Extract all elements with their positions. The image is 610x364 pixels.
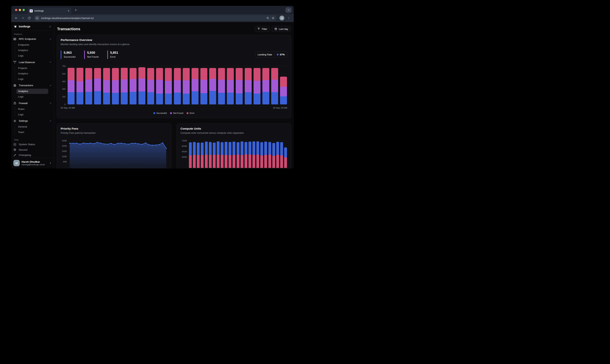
gear-icon: [13, 119, 16, 122]
bar-segment-consumed: [237, 155, 239, 168]
stacked-bar: [252, 142, 255, 168]
bar-segment-consumed: [205, 155, 208, 168]
x-axis-end-label: 26 Sep, 03 AM: [273, 107, 287, 109]
sidebar-item-firewall[interactable]: Firewall: [11, 101, 54, 106]
browser-profile-avatar[interactable]: H: [279, 16, 284, 20]
sidebar-item-general[interactable]: General: [16, 124, 48, 130]
bar-segment-requested: [197, 143, 200, 155]
sidebar-item-discord[interactable]: Discord: [11, 147, 54, 153]
sidebar-item-lb-logs[interactable]: Logs: [16, 76, 48, 81]
stacked-bar: [218, 68, 225, 104]
bar-segment: [77, 92, 83, 104]
bar-segment-requested: [260, 142, 263, 156]
sidebar-item-firewall-logs[interactable]: Logs: [16, 112, 48, 117]
bar-segment: [227, 93, 234, 104]
stacked-bar: [130, 68, 137, 104]
sidebar-item-rpc-analytics[interactable]: Analytics: [16, 48, 48, 53]
sidebar-item-load-balancer[interactable]: Load Balancer: [11, 60, 54, 65]
bar-segment: [85, 92, 92, 104]
bar-segment: [254, 68, 260, 81]
bar-segment: [280, 77, 287, 87]
stacked-bar: [227, 68, 234, 105]
priority-fees-yaxis: 400B320B240B160B80B: [61, 141, 68, 169]
stacked-bar: [245, 68, 252, 105]
tab-strip: Ironforge: [11, 6, 294, 14]
bookmark-star-icon[interactable]: [272, 16, 274, 20]
bar-segment: [183, 80, 190, 93]
stacked-bar: [236, 68, 243, 104]
sidebar-item-settings[interactable]: Settings: [11, 118, 54, 124]
sidebar-item-lb-analytics[interactable]: Analytics: [16, 71, 48, 76]
sidebar-item-projects[interactable]: Projects: [16, 65, 48, 71]
filter-button[interactable]: Filter: [255, 26, 270, 32]
bar-segment-requested: [205, 142, 208, 155]
workspace-selector[interactable]: Ironforge: [13, 24, 52, 30]
sidebar-item-rpc-logs[interactable]: Logs: [16, 53, 48, 58]
bar-segment-consumed: [272, 156, 275, 168]
bar-segment: [280, 96, 287, 105]
url-bar[interactable]: ironforge.cloud/transactions/analytics?p…: [34, 15, 276, 21]
reload-button[interactable]: [26, 15, 32, 21]
stacked-bar: [77, 68, 83, 104]
browser-tab[interactable]: Ironforge: [28, 8, 71, 14]
funnel-icon: [257, 27, 260, 30]
bar-segment: [245, 92, 252, 104]
bar-segment-consumed: [233, 155, 235, 168]
bar-segment: [192, 68, 198, 79]
sidebar-item-label: Load Balancer: [19, 61, 35, 64]
sidebar-item-team[interactable]: Team: [16, 130, 48, 135]
maximize-window-button[interactable]: [23, 9, 25, 11]
bar-segment-requested: [241, 142, 243, 155]
bar-segment: [85, 80, 92, 92]
bar-segment: [156, 80, 163, 93]
sidebar-item-changelog[interactable]: Changelog: [11, 153, 54, 158]
sidebar-item-transactions[interactable]: Transactions: [11, 83, 54, 88]
bar-segment: [156, 68, 163, 80]
stat-error: 5,851 Error: [107, 51, 118, 59]
bar-segment-requested: [256, 142, 259, 155]
tab-close-icon[interactable]: [67, 10, 69, 12]
zoom-out-icon[interactable]: [266, 16, 269, 20]
sidebar-item-transactions-logs[interactable]: Logs: [16, 94, 48, 99]
forward-button[interactable]: [20, 15, 26, 21]
site-info-icon[interactable]: [35, 16, 39, 20]
stat-not-found: 5,930 Not Found: [84, 51, 99, 59]
sidebar: Ironforge Platform RPC Endpoints Endpoin…: [11, 22, 54, 169]
bar-segment: [147, 92, 154, 104]
sidebar-sublist: Endpoints Analytics Logs: [11, 42, 54, 59]
bar-segment: [130, 79, 137, 92]
sidebar-item-transactions-analytics[interactable]: Analytics: [16, 89, 48, 94]
sidebar-sublist: General Team: [11, 124, 54, 135]
bar-segment: [121, 79, 128, 92]
y-tick-label: 450: [62, 80, 65, 83]
legend-item-error: Error: [187, 112, 195, 114]
user-menu[interactable]: H Harsh Ghodkar harshg@ironforge.cloud: [11, 158, 54, 167]
sidebar-item-endpoints[interactable]: Endpoints: [16, 42, 48, 48]
stacked-bar: [264, 142, 267, 168]
url-input[interactable]: ironforge.cloud/transactions/analytics?p…: [41, 17, 265, 20]
bar-segment-consumed: [248, 155, 251, 168]
card-title: Performance Overview: [61, 38, 287, 42]
sidebar-item-rpc-endpoints[interactable]: RPC Endpoints: [11, 36, 54, 42]
new-tab-button[interactable]: [73, 7, 78, 13]
tab-search-button[interactable]: [286, 7, 291, 13]
close-window-button[interactable]: [15, 9, 17, 11]
bar-segment: [85, 68, 92, 80]
x-axis-start-label: 25 Sep, 03 AM: [61, 107, 75, 109]
y-tick-label: 0: [65, 103, 65, 105]
bar-segment: [147, 68, 154, 80]
browser-menu-button[interactable]: [286, 15, 291, 21]
date-range-button[interactable]: Last day: [272, 26, 291, 32]
bar-segment-consumed: [284, 157, 287, 168]
back-button[interactable]: [13, 15, 19, 21]
card-subtitle: Compute units consumed versus compute un…: [181, 131, 287, 134]
minimize-window-button[interactable]: [19, 9, 21, 11]
compute-units-card: Compute Units Compute units consumed ver…: [177, 123, 291, 169]
bar-segment: [245, 68, 252, 80]
sidebar-item-system-status[interactable]: System Status: [11, 142, 54, 147]
system-status-icon: [13, 143, 16, 146]
sidebar-item-rules[interactable]: Rules: [16, 106, 48, 112]
stat-successful: 5,963 Successful: [61, 51, 76, 59]
stacked-bar: [241, 142, 243, 168]
bar-segment: [121, 68, 128, 79]
